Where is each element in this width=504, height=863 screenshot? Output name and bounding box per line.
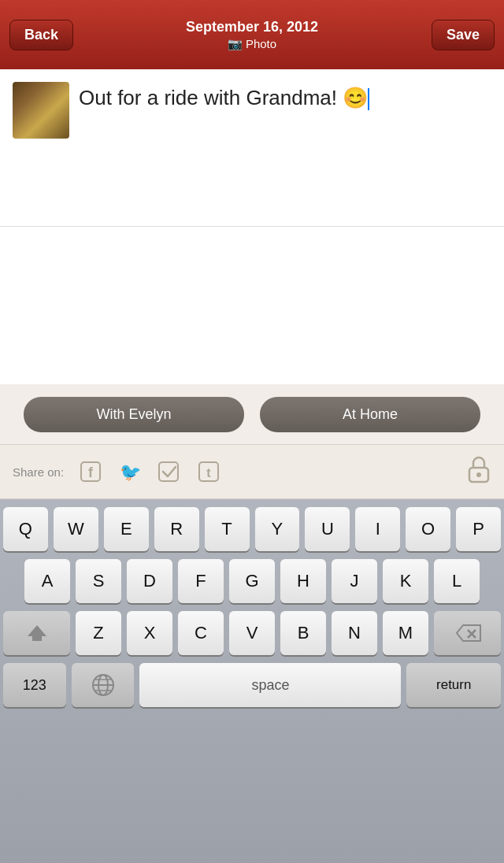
delete-key[interactable] [434, 611, 501, 655]
facebook-icon[interactable]: f [76, 457, 105, 486]
space-key[interactable]: space [139, 663, 401, 707]
key-b[interactable]: B [280, 611, 326, 655]
key-s[interactable]: S [76, 559, 121, 603]
keyboard-row-4: 123 space return [3, 663, 501, 707]
at-home-button[interactable]: At Home [260, 397, 480, 432]
keyboard-row-1: Q W E R T Y U I O P [3, 507, 501, 551]
photo-thumbnail[interactable] [13, 82, 69, 139]
key-h[interactable]: H [280, 559, 326, 603]
share-label: Share on: [13, 465, 64, 479]
key-m[interactable]: M [383, 611, 428, 655]
with-evelyn-button[interactable]: With Evelyn [24, 397, 244, 432]
key-x[interactable]: X [127, 611, 172, 655]
thumbnail-image [13, 82, 69, 139]
header-date: September 16, 2012 [186, 19, 318, 35]
key-a[interactable]: A [24, 559, 70, 603]
svg-marker-8 [28, 625, 46, 641]
key-e[interactable]: E [104, 507, 149, 551]
shift-key[interactable] [3, 611, 70, 655]
return-key[interactable]: return [406, 663, 501, 707]
svg-text:🐦: 🐦 [120, 461, 142, 483]
key-u[interactable]: U [305, 507, 350, 551]
svg-point-7 [476, 472, 481, 477]
checkmark-icon[interactable] [155, 457, 183, 486]
svg-text:t: t [206, 466, 211, 480]
globe-key[interactable] [72, 663, 135, 707]
key-f[interactable]: F [178, 559, 224, 603]
key-w[interactable]: W [54, 507, 98, 551]
keyboard: Q W E R T Y U I O P A S D F G H J K L Z … [0, 499, 504, 863]
entry-text[interactable]: Out for a ride with Grandma! 😊 [79, 82, 491, 112]
key-l[interactable]: L [434, 559, 480, 603]
key-q[interactable]: Q [3, 507, 48, 551]
keyboard-row-2: A S D F G H J K L [3, 559, 501, 603]
header-photo-label[interactable]: 📷 Photo [186, 37, 318, 51]
key-y[interactable]: Y [255, 507, 300, 551]
keyboard-row-3: Z X C V B N M [3, 611, 501, 655]
svg-text:f: f [88, 465, 94, 480]
key-o[interactable]: O [406, 507, 450, 551]
svg-rect-3 [159, 462, 178, 481]
text-cursor [368, 88, 369, 110]
entry-area: Out for a ride with Grandma! 😊 [0, 69, 504, 227]
key-c[interactable]: C [178, 611, 224, 655]
key-g[interactable]: G [229, 559, 275, 603]
key-r[interactable]: R [154, 507, 199, 551]
key-p[interactable]: P [456, 507, 501, 551]
back-button[interactable]: Back [9, 20, 73, 50]
key-k[interactable]: K [383, 559, 428, 603]
lock-icon[interactable] [466, 455, 491, 489]
key-d[interactable]: D [127, 559, 172, 603]
key-i[interactable]: I [355, 507, 400, 551]
key-n[interactable]: N [332, 611, 377, 655]
key-z[interactable]: Z [76, 611, 121, 655]
key-j[interactable]: J [332, 559, 377, 603]
tags-row: With Evelyn At Home [0, 384, 504, 444]
white-area [0, 227, 504, 384]
num-key[interactable]: 123 [3, 663, 66, 707]
key-t[interactable]: T [205, 507, 250, 551]
header-center: September 16, 2012 📷 Photo [186, 19, 318, 51]
share-row: Share on: f 🐦 t [0, 444, 504, 499]
header: Back September 16, 2012 📷 Photo Save [0, 0, 504, 69]
twitter-icon[interactable]: 🐦 [116, 457, 144, 486]
save-button[interactable]: Save [432, 20, 495, 50]
key-v[interactable]: V [229, 611, 275, 655]
camera-icon: 📷 [228, 37, 243, 51]
tumblr-icon[interactable]: t [195, 457, 223, 486]
share-icons: f 🐦 t [76, 457, 454, 486]
